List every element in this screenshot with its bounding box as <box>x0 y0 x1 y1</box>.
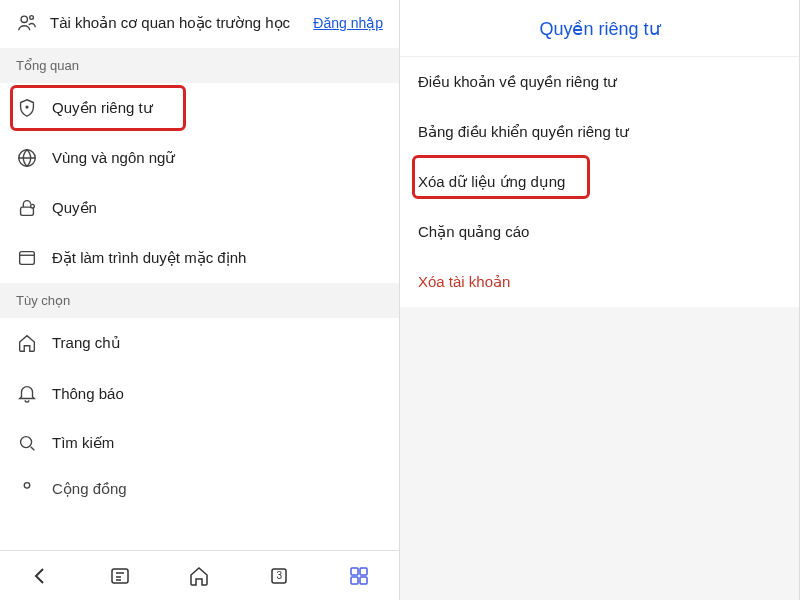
section-overview: Tổng quan <box>0 48 399 83</box>
svg-rect-13 <box>351 577 358 584</box>
account-row[interactable]: Tài khoản cơ quan hoặc trường học Đăng n… <box>0 0 399 48</box>
window-icon <box>16 247 38 269</box>
svg-point-7 <box>21 437 32 448</box>
empty-fill <box>400 307 799 600</box>
svg-point-2 <box>26 106 28 108</box>
item-label: Tìm kiếm <box>52 434 114 452</box>
nav-news[interactable] <box>106 562 134 590</box>
item-notifications[interactable]: Thông báo <box>0 368 399 418</box>
svg-rect-14 <box>360 577 367 584</box>
item-community-partial[interactable]: Cộng đồng <box>0 468 399 500</box>
svg-rect-6 <box>20 252 35 265</box>
svg-point-0 <box>21 16 27 22</box>
tabs-count: 3 <box>277 570 283 581</box>
svg-rect-9 <box>112 569 128 583</box>
svg-rect-11 <box>351 568 358 575</box>
privacy-pane: Quyền riêng tư Điều khoản về quyền riêng… <box>400 0 800 600</box>
nav-apps[interactable] <box>345 562 373 590</box>
item-region[interactable]: Vùng và ngôn ngữ <box>0 133 399 183</box>
bottom-nav: 3 <box>0 550 399 600</box>
search-icon <box>16 432 38 454</box>
item-label: Đặt làm trình duyệt mặc định <box>52 249 246 267</box>
item-permissions[interactable]: Quyền <box>0 183 399 233</box>
svg-point-5 <box>31 204 35 208</box>
privacy-delete-account[interactable]: Xóa tài khoản <box>400 257 799 307</box>
item-label: Quyền riêng tư <box>52 99 153 117</box>
item-label: Vùng và ngôn ngữ <box>52 149 175 167</box>
item-default-browser[interactable]: Đặt làm trình duyệt mặc định <box>0 233 399 283</box>
settings-scroll: Tổng quan Quyền riêng tư Vùng và ngôn ng… <box>0 48 399 600</box>
item-label: Quyền <box>52 199 97 217</box>
item-label: Cộng đồng <box>52 480 127 498</box>
item-label: Trang chủ <box>52 334 121 352</box>
account-title: Tài khoản cơ quan hoặc trường học <box>50 13 301 33</box>
globe-icon <box>16 147 38 169</box>
settings-pane: Tài khoản cơ quan hoặc trường học Đăng n… <box>0 0 400 600</box>
privacy-dashboard[interactable]: Bảng điều khiển quyền riêng tư <box>400 107 799 157</box>
privacy-block-ads[interactable]: Chặn quảng cáo <box>400 207 799 257</box>
item-label: Thông báo <box>52 385 124 402</box>
nav-home[interactable] <box>185 562 213 590</box>
svg-point-8 <box>24 483 30 489</box>
privacy-title: Quyền riêng tư <box>400 0 799 57</box>
section-options: Tùy chọn <box>0 283 399 318</box>
svg-rect-12 <box>360 568 367 575</box>
home-icon <box>16 332 38 354</box>
item-home[interactable]: Trang chủ <box>0 318 399 368</box>
nav-tabs[interactable]: 3 <box>265 562 293 590</box>
shield-icon <box>16 97 38 119</box>
svg-point-1 <box>30 16 34 20</box>
community-icon <box>16 478 38 500</box>
item-privacy[interactable]: Quyền riêng tư <box>0 83 399 133</box>
signin-link[interactable]: Đăng nhập <box>313 15 383 31</box>
item-label: Xóa dữ liệu ứng dụng <box>418 173 565 190</box>
privacy-terms[interactable]: Điều khoản về quyền riêng tư <box>400 57 799 107</box>
bell-icon <box>16 382 38 404</box>
account-icon <box>16 12 38 34</box>
nav-back[interactable] <box>26 562 54 590</box>
privacy-clear-data[interactable]: Xóa dữ liệu ứng dụng <box>400 157 799 207</box>
item-search[interactable]: Tìm kiếm <box>0 418 399 468</box>
lock-icon <box>16 197 38 219</box>
